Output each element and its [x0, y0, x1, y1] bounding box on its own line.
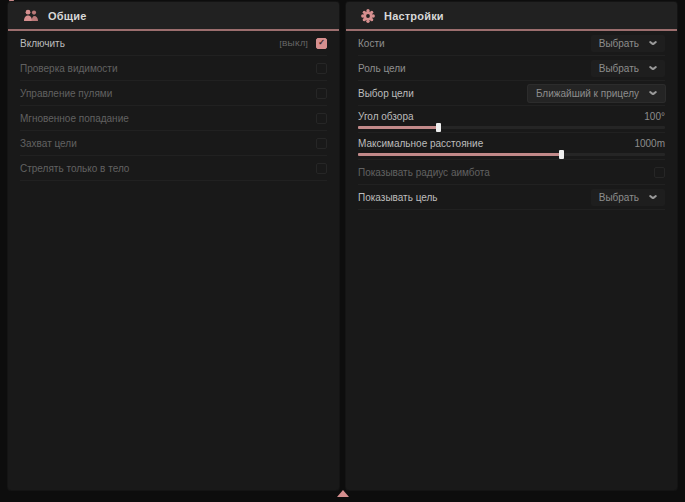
panel-general-body: Включить [ВЫКЛ] Проверка видимости Управ… — [8, 31, 339, 181]
bones-dropdown-value: Выбрать — [599, 38, 639, 49]
fov-slider-handle[interactable] — [436, 123, 441, 132]
fov-slider-fill — [358, 126, 438, 129]
target-role-dropdown-value: Выбрать — [599, 63, 639, 74]
max-distance-slider-fill — [358, 153, 561, 156]
row-max-distance-label: Максимальное расстояние — [358, 138, 483, 149]
row-visibility-check[interactable]: Проверка видимости — [20, 56, 327, 81]
chevron-down-icon — [649, 91, 657, 96]
row-enable-hotkey: [ВЫКЛ] — [279, 39, 308, 48]
fov-value: 100° — [644, 111, 665, 122]
row-bones-label: Кости — [358, 38, 385, 49]
show-target-dropdown[interactable]: Выбрать — [591, 189, 665, 206]
row-bullet-control-checkbox[interactable] — [316, 88, 327, 99]
row-target-lock-label: Захват цели — [20, 138, 77, 149]
chevron-down-icon — [649, 66, 657, 71]
target-selection-dropdown-value: Ближайший к прицелу — [536, 88, 639, 99]
row-bullet-control-label: Управление пулями — [20, 88, 112, 99]
row-target-role-label: Роль цели — [358, 63, 406, 74]
row-show-radius[interactable]: Показывать радиус аимбота — [358, 160, 665, 185]
show-target-dropdown-value: Выбрать — [599, 192, 639, 203]
row-visibility-check-checkbox[interactable] — [316, 63, 327, 74]
scroll-up-arrow[interactable] — [337, 490, 349, 497]
row-fov: Угол обзора 100° — [358, 106, 665, 133]
row-target-selection: Выбор цели Ближайший к прицелу — [358, 81, 665, 106]
row-target-role: Роль цели Выбрать — [358, 56, 665, 81]
row-target-lock[interactable]: Захват цели — [20, 131, 327, 156]
row-visibility-check-label: Проверка видимости — [20, 63, 118, 74]
row-bullet-control[interactable]: Управление пулями — [20, 81, 327, 106]
row-show-radius-checkbox[interactable] — [654, 167, 665, 178]
chevron-down-icon — [649, 41, 657, 46]
bones-dropdown[interactable]: Выбрать — [591, 35, 665, 52]
row-enable-label: Включить — [20, 38, 65, 49]
row-body-only-label: Стрелять только в тело — [20, 163, 129, 174]
panel-settings-header[interactable]: Настройки — [346, 2, 677, 31]
chevron-down-icon — [649, 195, 657, 200]
row-target-lock-checkbox[interactable] — [316, 138, 327, 149]
row-enable-checkbox[interactable] — [316, 38, 327, 49]
row-instant-hit-checkbox[interactable] — [316, 113, 327, 124]
row-body-only-checkbox[interactable] — [316, 163, 327, 174]
max-distance-slider-handle[interactable] — [559, 150, 564, 159]
gear-icon — [361, 9, 375, 23]
panel-settings-body: Кости Выбрать Роль цели Выбрать Выбор це… — [346, 31, 677, 210]
row-instant-hit-label: Мгновенное попадание — [20, 113, 129, 124]
target-role-dropdown[interactable]: Выбрать — [591, 60, 665, 77]
target-selection-dropdown[interactable]: Ближайший к прицелу — [528, 85, 665, 102]
fov-slider[interactable] — [358, 126, 665, 129]
row-instant-hit[interactable]: Мгновенное попадание — [20, 106, 327, 131]
max-distance-slider[interactable] — [358, 153, 665, 156]
row-show-target-label: Показывать цель — [358, 192, 438, 203]
row-fov-label: Угол обзора — [358, 111, 414, 122]
max-distance-value: 1000m — [634, 138, 665, 149]
row-bones: Кости Выбрать — [358, 31, 665, 56]
panel-settings-title: Настройки — [384, 10, 444, 22]
panel-settings: Настройки Кости Выбрать Роль цели Выбрат… — [346, 2, 677, 490]
users-icon — [23, 9, 39, 22]
row-body-only[interactable]: Стрелять только в тело — [20, 156, 327, 181]
row-max-distance: Максимальное расстояние 1000m — [358, 133, 665, 160]
row-show-radius-label: Показывать радиус аимбота — [358, 167, 490, 178]
panel-general-header[interactable]: Общие — [8, 2, 339, 31]
row-target-selection-label: Выбор цели — [358, 88, 414, 99]
panel-general: Общие Включить [ВЫКЛ] Проверка видимости… — [8, 2, 339, 490]
row-enable[interactable]: Включить [ВЫКЛ] — [20, 31, 327, 56]
panel-general-title: Общие — [48, 10, 87, 22]
row-show-target: Показывать цель Выбрать — [358, 185, 665, 210]
